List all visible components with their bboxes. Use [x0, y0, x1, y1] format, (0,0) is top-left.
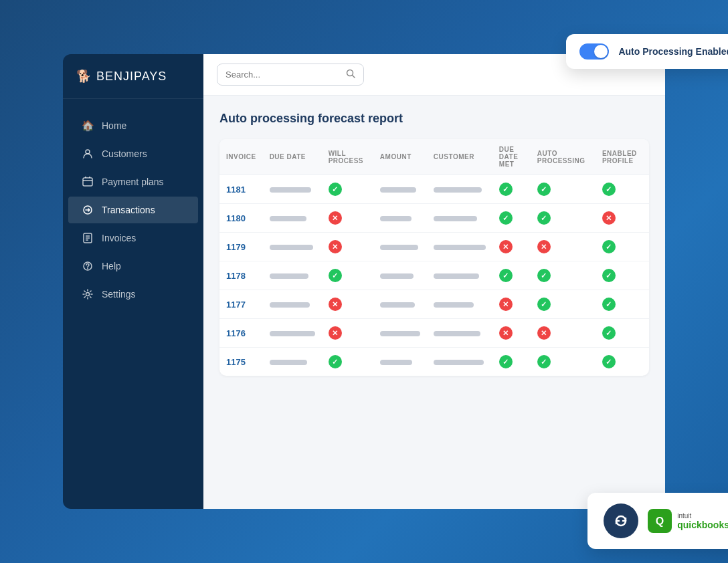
- cell-auto-processing: ✓: [531, 348, 596, 376]
- cell-due-date-met: ✕: [492, 319, 531, 348]
- due-date-bar: [270, 216, 306, 221]
- due-date-bar: [270, 302, 310, 308]
- cell-auto-processing: ✓: [531, 175, 596, 204]
- table-row: 1179 ✕ ✕ ✕ ✓: [219, 233, 649, 261]
- table-row: 1175 ✓ ✓ ✓ ✓: [219, 348, 649, 376]
- check-green-icon: ✓: [537, 183, 551, 196]
- cell-customer: [427, 348, 492, 376]
- cell-auto-processing: ✕: [531, 233, 596, 261]
- auto-processing-label: Auto Processing Enabled: [618, 46, 728, 57]
- sidebar-item-invoices-label: Invoices: [102, 233, 136, 243]
- sidebar-item-invoices[interactable]: Invoices: [68, 225, 198, 251]
- transactions-icon: [82, 204, 94, 216]
- qb-sync-button[interactable]: [604, 503, 638, 538]
- check-green-icon: ✓: [602, 269, 616, 282]
- sidebar-item-transactions[interactable]: Transactions: [68, 197, 198, 223]
- invoice-number: 1179: [226, 242, 246, 252]
- page-title: Auto processing forecast report: [219, 112, 649, 126]
- col-enabled-profile: ENABLED PROFILE: [596, 139, 649, 175]
- check-green-icon: ✓: [537, 298, 551, 311]
- search-input[interactable]: [225, 70, 341, 80]
- check-green-icon: ✓: [537, 355, 551, 368]
- sidebar: 🐕 BENJIPAYS 🏠 Home Customers: [63, 54, 203, 509]
- svg-text:Q: Q: [656, 516, 664, 527]
- col-invoice: INVOICE: [219, 139, 263, 175]
- cell-due-date: [263, 319, 322, 348]
- check-green-icon: ✓: [329, 183, 342, 196]
- quickbooks-popup: Q intuit quickbooks: [587, 493, 728, 549]
- check-red-icon: ✕: [329, 240, 342, 253]
- logo-text: BENJIPAYS: [96, 70, 167, 84]
- sidebar-item-help[interactable]: Help: [68, 253, 198, 279]
- sidebar-item-customers[interactable]: Customers: [68, 140, 198, 167]
- cell-will-process: ✕: [322, 319, 373, 348]
- check-red-icon: ✕: [499, 240, 513, 253]
- check-green-icon: ✓: [499, 211, 513, 225]
- sidebar-item-payment-plans-label: Payment plans: [102, 177, 164, 187]
- cell-invoice: 1175: [219, 348, 263, 376]
- invoice-number: 1175: [226, 357, 246, 367]
- navigation: 🏠 Home Customers: [63, 99, 203, 321]
- cell-amount: [373, 175, 427, 204]
- amount-bar: [380, 187, 416, 193]
- amount-bar: [380, 273, 414, 279]
- col-due-date-met: DUE DATE MET: [492, 139, 531, 175]
- cell-amount: [373, 319, 427, 348]
- amount-bar: [380, 216, 412, 221]
- check-green-icon: ✓: [602, 326, 616, 340]
- customer-bar: [434, 273, 479, 279]
- cell-due-date: [263, 204, 322, 233]
- cell-invoice: 1181: [219, 175, 263, 204]
- cell-invoice: 1178: [219, 261, 263, 290]
- check-green-icon: ✓: [329, 269, 342, 282]
- sidebar-item-home-label: Home: [102, 120, 126, 131]
- auto-processing-popup: Auto Processing Enabled: [566, 34, 728, 69]
- cell-amount: [373, 348, 427, 376]
- sidebar-item-settings[interactable]: Settings: [68, 281, 198, 308]
- check-green-icon: ✓: [537, 269, 551, 282]
- main-content: Auto processing forecast report INVOICE …: [203, 54, 665, 509]
- invoice-number: 1177: [226, 300, 246, 310]
- cell-invoice: 1177: [219, 290, 263, 319]
- check-green-icon: ✓: [537, 211, 551, 225]
- intuit-label: intuit: [677, 512, 728, 520]
- cell-will-process: ✕: [322, 290, 373, 319]
- check-green-icon: ✓: [499, 183, 513, 196]
- sidebar-item-payment-plans[interactable]: Payment plans: [68, 168, 198, 195]
- sidebar-item-home[interactable]: 🏠 Home: [68, 112, 198, 139]
- check-green-icon: ✓: [602, 183, 616, 196]
- check-red-icon: ✕: [537, 240, 551, 253]
- cell-due-date: [263, 348, 322, 376]
- check-red-icon: ✕: [499, 326, 513, 340]
- settings-icon: [82, 288, 94, 300]
- invoices-icon: [82, 232, 94, 244]
- cell-due-date-met: ✓: [492, 204, 531, 233]
- cell-due-date-met: ✓: [492, 175, 531, 204]
- cell-due-date: [263, 290, 322, 319]
- cell-amount: [373, 233, 427, 261]
- due-date-bar: [270, 273, 308, 279]
- table-row: 1178 ✓ ✓ ✓ ✓: [219, 261, 649, 290]
- cell-due-date: [263, 175, 322, 204]
- customer-bar: [434, 216, 477, 221]
- cell-customer: [427, 261, 492, 290]
- cell-auto-processing: ✓: [531, 290, 596, 319]
- invoice-number: 1176: [226, 328, 246, 338]
- cell-customer: [427, 204, 492, 233]
- check-green-icon: ✓: [602, 240, 616, 253]
- search-box[interactable]: [217, 64, 364, 86]
- cell-enabled-profile: ✓: [596, 233, 649, 261]
- qb-text: intuit quickbooks: [677, 512, 728, 530]
- table-row: 1180 ✕ ✓ ✓ ✕: [219, 204, 649, 233]
- quickbooks-label: quickbooks: [677, 520, 728, 530]
- sidebar-item-help-label: Help: [102, 261, 121, 271]
- sidebar-item-settings-label: Settings: [102, 289, 136, 300]
- col-auto-processing: AUTO PROCESSING: [531, 139, 596, 175]
- table-header: INVOICE DUE DATE WILL PROCESS AMOUNT CUS…: [219, 139, 649, 175]
- auto-processing-toggle[interactable]: [579, 43, 609, 60]
- cell-amount: [373, 204, 427, 233]
- search-icon: [346, 69, 355, 80]
- cell-customer: [427, 290, 492, 319]
- logo-icon: 🐕: [76, 69, 91, 84]
- amount-bar: [380, 331, 420, 336]
